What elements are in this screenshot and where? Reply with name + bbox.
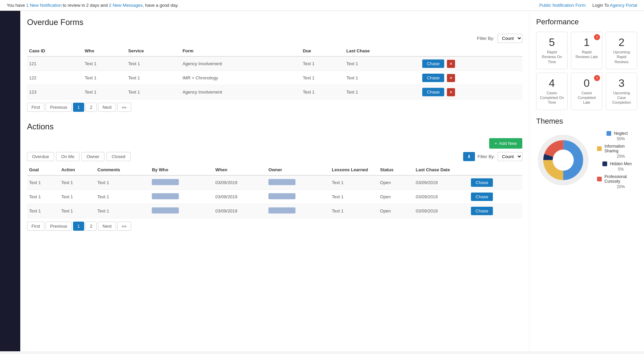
actions-last-btn[interactable]: »»	[117, 222, 131, 231]
legend-pct: 5%	[618, 167, 624, 172]
legend-item: Hidden Men 5%	[597, 161, 637, 172]
perf-label: Cases Completed On Time	[540, 91, 564, 105]
cell-lessons: Text 1	[330, 204, 378, 218]
overdue-page2-btn[interactable]: 2	[86, 103, 97, 112]
delete-button[interactable]: ✕	[447, 60, 455, 68]
overdue-last-btn[interactable]: »»	[117, 103, 131, 112]
legend-color-swatch	[597, 177, 602, 181]
cell-who: Text 1	[83, 85, 126, 99]
cell-form: Agency Involvement	[181, 56, 301, 71]
actions-page1-btn[interactable]: 1	[73, 222, 84, 231]
cell-last-chase-date: 03/09/2019	[414, 190, 469, 204]
cell-when: 03/09/2019	[213, 190, 266, 204]
legend-color-swatch	[597, 146, 602, 151]
tab-owner[interactable]: Owner	[81, 152, 104, 161]
overdue-pagination: First Previous 1 2 Next »»	[27, 103, 522, 112]
perf-label: Rapid Reviews Late	[575, 50, 599, 59]
legend-label: Information Sharing	[604, 144, 637, 153]
cell-chase-btn: Chase	[469, 175, 522, 190]
chase-button[interactable]: Chase	[422, 74, 445, 82]
svg-point-1	[553, 150, 574, 171]
overdue-prev-btn[interactable]: Previous	[46, 103, 72, 112]
agency-portal-text: Login To Agency Portal	[592, 3, 637, 8]
actions-chase-button[interactable]: Chase	[471, 207, 493, 215]
tab-closed[interactable]: Closed	[106, 152, 130, 161]
chase-button[interactable]: Chase	[422, 59, 445, 68]
cell-case-id: 122	[27, 71, 83, 85]
cell-case-id: 123	[27, 85, 83, 99]
performance-card: ! 0 Cases Completed Late	[571, 73, 602, 110]
messages-link[interactable]: 2 New Messages	[109, 3, 143, 8]
legend-color-swatch	[602, 161, 607, 166]
cell-form: IMR + Chronology	[181, 71, 301, 85]
delete-button[interactable]: ✕	[447, 88, 455, 96]
top-bar: You have 1 New Notification to review in…	[0, 0, 644, 11]
cell-who: Text 1	[83, 56, 126, 71]
actions-first-btn[interactable]: First	[27, 222, 44, 231]
perf-label: Upcoming Case Completion	[610, 91, 634, 105]
actions-page2-btn[interactable]: 2	[86, 222, 97, 231]
cell-by-who	[150, 175, 213, 190]
cell-due: Text 1	[301, 71, 344, 85]
table-row: Text 1 Text 1 Text 1 03/09/2019 Text 1 O…	[27, 175, 522, 190]
overdue-filter-row: Filter By: Count	[27, 34, 522, 43]
chase-button[interactable]: Chase	[422, 88, 445, 96]
themes-legend: Neglect 50% Information Sharing 25% Hidd…	[597, 131, 637, 189]
table-row: Text 1 Text 1 Text 1 03/09/2019 Text 1 O…	[27, 190, 522, 204]
performance-grid: 5 Rapid Reviews On Time ! 1 Rapid Review…	[536, 32, 637, 110]
cell-goal: Text 1	[27, 190, 59, 204]
public-notification-form-link[interactable]: Public Notification Form	[539, 3, 586, 8]
cell-case-id: 121	[27, 56, 83, 71]
overdue-filter-label: Filter By:	[477, 36, 494, 41]
col-last-chase: Last Chase	[344, 46, 420, 56]
legend-item: Information Sharing 25%	[597, 144, 637, 159]
delete-button[interactable]: ✕	[447, 74, 455, 82]
legend-label: Professional Curiosity	[604, 174, 637, 184]
col-who: Who	[83, 46, 126, 56]
actions-next-btn[interactable]: Next	[98, 222, 116, 231]
notification-end: , have a good day.	[143, 3, 178, 8]
overdue-filter-select[interactable]: Count	[498, 34, 522, 43]
cell-form: Agency Involvement	[181, 85, 301, 99]
right-panel: Performance 5 Rapid Reviews On Time ! 1 …	[529, 11, 644, 351]
actions-chase-button[interactable]: Chase	[471, 178, 493, 187]
notification-link[interactable]: 1 New Notification	[26, 3, 62, 8]
legend-label: Hidden Men	[610, 161, 632, 166]
actions-chase-button[interactable]: Chase	[471, 193, 493, 201]
cell-action-btns: Chase ✕	[420, 71, 522, 85]
add-new-button[interactable]: + Add New	[489, 138, 522, 149]
actions-toolbar: Overdue On Me Owner Closed ⬇ Filter By: …	[27, 152, 522, 161]
agency-portal-link[interactable]: Agency Portal	[610, 3, 637, 8]
overdue-first-btn[interactable]: First	[27, 103, 44, 112]
alert-badge: !	[594, 75, 600, 81]
notification-prefix: You have	[7, 3, 26, 8]
acol-actions	[469, 165, 522, 175]
acol-status: Status	[378, 165, 413, 175]
perf-label: Rapid Reviews On Time	[540, 50, 564, 64]
cell-owner	[266, 190, 330, 204]
cell-chase-btn: Chase	[469, 190, 522, 204]
tab-on-me[interactable]: On Me	[56, 152, 79, 161]
cell-when: 03/09/2019	[213, 175, 266, 190]
acol-last-chase-date: Last Chase Date	[414, 165, 469, 175]
legend-item: Neglect 50%	[597, 131, 637, 141]
perf-label: Cases Completed Late	[575, 91, 599, 105]
acol-when: When	[213, 165, 266, 175]
cell-due: Text 1	[301, 56, 344, 71]
actions-prev-btn[interactable]: Previous	[46, 222, 72, 231]
tab-overdue[interactable]: Overdue	[27, 152, 54, 161]
cell-by-who	[150, 204, 213, 218]
actions-filter-select[interactable]: Count	[498, 152, 522, 161]
themes-title: Themes	[536, 117, 637, 126]
add-new-label: Add New	[499, 141, 517, 146]
top-bar-links: Public Notification Form Login To Agency…	[539, 3, 637, 8]
overdue-next-btn[interactable]: Next	[98, 103, 116, 112]
cell-status: Open	[378, 175, 413, 190]
overdue-page1-btn[interactable]: 1	[73, 103, 84, 112]
acol-goal: Goal	[27, 165, 59, 175]
actions-filter-group: ⬇ Filter By: Count	[463, 152, 522, 161]
col-case-id: Case ID	[27, 46, 83, 56]
performance-card: 4 Cases Completed On Time	[536, 73, 568, 110]
export-button[interactable]: ⬇	[463, 152, 475, 161]
cell-action: Text 1	[59, 190, 95, 204]
